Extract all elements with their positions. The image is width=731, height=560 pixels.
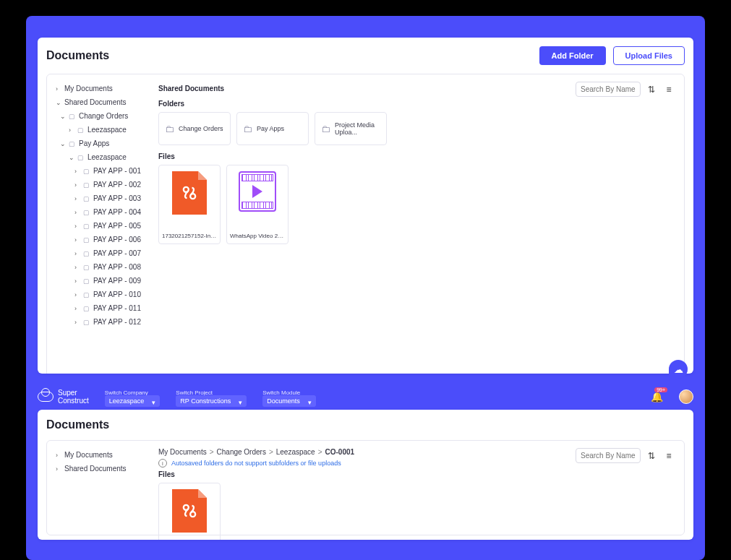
tree-item[interactable]: ⌄▢Pay Apps (50, 137, 153, 150)
chevron-icon[interactable]: › (69, 126, 74, 134)
folder-name: Pay Apps (257, 125, 284, 132)
tree-item[interactable]: ›▢PAY APP - 012 (50, 315, 153, 329)
file-card[interactable]: 1732021257152-Inspe... (158, 165, 221, 244)
list-view-icon-2[interactable]: ≡ (662, 449, 675, 462)
search-input-2[interactable] (576, 448, 641, 463)
video-icon (239, 171, 276, 212)
tree-item-label: My Documents (64, 451, 113, 459)
switch-company-value[interactable]: Leezaspace (105, 395, 161, 407)
chevron-icon[interactable]: › (74, 236, 80, 244)
chevron-icon[interactable]: › (74, 223, 80, 230)
tree-item[interactable]: ⌄▢Leezaspace (50, 150, 153, 164)
switch-project[interactable]: Switch Project RP Constructions (176, 389, 247, 405)
chevron-icon[interactable]: › (56, 85, 61, 92)
chevron-icon[interactable]: › (74, 209, 80, 216)
folder-card[interactable]: 🗀Change Orders (158, 112, 231, 145)
breadcrumb-segment[interactable]: Change Orders (217, 448, 266, 456)
switch-company[interactable]: Switch Company Leezaspace (105, 389, 161, 405)
chevron-icon[interactable]: › (74, 264, 80, 271)
folder-icon: ▢ (83, 236, 90, 244)
file-name: WhatsApp Video 2024... (230, 233, 285, 239)
switch-project-value[interactable]: RP Constructions (176, 395, 247, 407)
folder-tree[interactable]: ›My Documents⌄Shared Documents⌄▢Change O… (47, 74, 155, 374)
tree-item[interactable]: ›▢PAY APP - 007 (50, 246, 153, 260)
tree-item-label: Shared Documents (64, 98, 127, 106)
tree-item[interactable]: ›▢PAY APP - 006 (50, 233, 153, 246)
tree-item[interactable]: ›My Documents (50, 82, 153, 95)
tree-item[interactable]: ›▢Leezaspace (50, 123, 153, 137)
chevron-icon[interactable]: › (74, 277, 80, 285)
avatar[interactable] (679, 389, 693, 404)
chevron-icon[interactable]: › (56, 452, 61, 459)
chevron-icon[interactable]: › (74, 250, 80, 257)
sort-icon[interactable]: ⇅ (645, 83, 658, 96)
brand[interactable]: SuperConstruct (38, 389, 89, 405)
sort-icon-2[interactable]: ⇅ (645, 449, 658, 462)
tree-item[interactable]: ›▢PAY APP - 003 (50, 191, 153, 205)
tree-item[interactable]: ⌄Shared Documents (50, 95, 153, 109)
file-cards-2 (158, 483, 675, 540)
add-folder-button[interactable]: Add Folder (539, 46, 606, 65)
tree-item-label: My Documents (64, 85, 113, 92)
tree-item[interactable]: ›▢PAY APP - 004 (50, 205, 153, 219)
folder-tree-2[interactable]: ›My Documents›Shared Documents (47, 441, 155, 535)
toolbox-2: ⇅ ≡ (576, 448, 675, 463)
tree-item-label: PAY APP - 002 (93, 181, 141, 189)
chevron-icon[interactable]: ⌄ (69, 154, 74, 161)
chevron-icon[interactable]: ⌄ (56, 99, 61, 106)
chevron-icon[interactable]: ⌄ (60, 140, 66, 147)
switch-module-value[interactable]: Documents (262, 395, 316, 407)
chevron-icon[interactable]: › (74, 305, 80, 312)
content-panel-2: ›My Documents›Shared Documents My Docume… (46, 440, 685, 535)
notifications-icon[interactable]: 🔔99+ (650, 390, 663, 403)
main-toolbar-2: My Documents>Change Orders>Leezaspace>CO… (158, 448, 675, 468)
upload-files-button[interactable]: Upload Files (613, 46, 685, 65)
cloud-icon (38, 392, 54, 402)
chevron-icon[interactable]: › (74, 319, 80, 326)
file-card[interactable]: WhatsApp Video 2024... (226, 165, 288, 244)
search-input[interactable] (576, 82, 641, 97)
folder-name: Change Orders (179, 125, 223, 132)
folder-card[interactable]: 🗀Pay Apps (236, 112, 309, 145)
folder-icon: ▢ (83, 291, 90, 298)
tree-item[interactable]: ⌄▢Change Orders (50, 109, 153, 123)
file-name: 1732021257152-Inspe... (162, 233, 217, 239)
chevron-icon[interactable]: › (74, 291, 80, 298)
tree-item[interactable]: ›My Documents (50, 448, 153, 462)
tree-item-label: PAY APP - 009 (93, 277, 141, 285)
tree-item[interactable]: ›▢PAY APP - 011 (50, 301, 153, 315)
list-view-icon[interactable]: ≡ (662, 83, 675, 96)
tree-item[interactable]: ›▢PAY APP - 008 (50, 260, 153, 274)
chevron-icon[interactable]: › (74, 168, 80, 175)
switch-module[interactable]: Switch Module Documents (262, 389, 316, 405)
chevron-icon[interactable]: ⌄ (60, 113, 66, 120)
tree-item[interactable]: ›▢PAY APP - 002 (50, 178, 153, 191)
tree-item-label: PAY APP - 010 (93, 290, 141, 298)
breadcrumb-segment[interactable]: My Documents (158, 448, 207, 456)
breadcrumb-2[interactable]: My Documents>Change Orders>Leezaspace>CO… (158, 448, 354, 456)
folder-icon: ▢ (77, 126, 85, 134)
file-card[interactable] (158, 483, 221, 540)
svg-point-2 (184, 505, 189, 510)
tree-item[interactable]: ›▢PAY APP - 001 (50, 164, 153, 178)
file-cards: 1732021257152-Inspe...WhatsApp Video 202… (158, 165, 675, 244)
folder-icon: 🗀 (165, 124, 174, 134)
breadcrumb-segment[interactable]: Leezaspace (276, 448, 315, 456)
toolbox: ⇅ ≡ (576, 82, 675, 97)
folder-card[interactable]: 🗀Project Media Uploa... (315, 112, 387, 145)
chevron-icon[interactable]: › (74, 195, 80, 202)
chevron-icon[interactable]: › (74, 181, 80, 189)
chat-fab[interactable]: ☁ (669, 360, 688, 379)
tree-item[interactable]: ›▢PAY APP - 010 (50, 288, 153, 301)
page-title: Documents (46, 49, 109, 62)
tree-item[interactable]: ›▢PAY APP - 005 (50, 219, 153, 233)
folders-section-label: Folders (158, 100, 675, 108)
main-area: Shared Documents ⇅ ≡ Folders 🗀Change Ord… (155, 74, 684, 374)
chevron-icon[interactable]: › (56, 465, 61, 473)
tablet-frame: Documents Add Folder Upload Files ›My Do… (0, 0, 731, 560)
tree-item-label: PAY APP - 008 (93, 263, 141, 271)
tree-item[interactable]: ›Shared Documents (50, 462, 153, 475)
tree-item-label: Change Orders (79, 112, 128, 120)
tree-item[interactable]: ›▢PAY APP - 009 (50, 274, 153, 288)
tree-item-label: Leezaspace (87, 126, 127, 134)
